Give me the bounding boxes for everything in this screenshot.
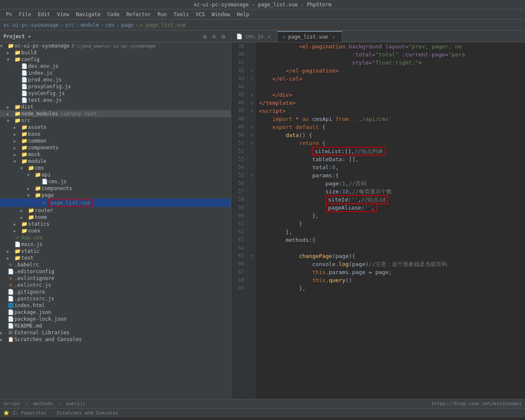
tree-vuex[interactable]: ▶ 📁 vuex bbox=[0, 227, 231, 234]
tree-scratches[interactable]: ▶ 📋 Scratches and Consoles bbox=[0, 336, 231, 343]
file-label: test.env.js bbox=[28, 97, 61, 103]
arrow-icon: ▶ bbox=[14, 125, 20, 130]
tree-dist[interactable]: ▶ 📁 dist bbox=[0, 104, 231, 110]
tree-main-js[interactable]: 📄 main.js bbox=[0, 241, 231, 248]
tree-statics[interactable]: ▶ 📁 statics bbox=[0, 221, 231, 227]
sidebar-content[interactable]: ▼ 📁 xc-ui-pc-sysmanage E:\java_www\xc-ui… bbox=[0, 42, 231, 399]
tree-test[interactable]: ▶ 📁 test bbox=[0, 255, 231, 261]
tree-root[interactable]: ▼ 📁 xc-ui-pc-sysmanage E:\java_www\xc-ui… bbox=[0, 42, 231, 49]
tree-package-lock[interactable]: 📄 package-lock.json bbox=[0, 316, 231, 322]
menu-run[interactable]: Run bbox=[155, 11, 170, 18]
gutter-fold[interactable]: ▽ bbox=[248, 131, 256, 139]
code-line-52: siteList:[],//站点列表 bbox=[259, 147, 522, 155]
folder-icon: 📁 bbox=[20, 221, 28, 227]
tab-label: ✔ bbox=[282, 34, 285, 40]
tree-gitignore[interactable]: 📄 .gitignore bbox=[0, 288, 231, 295]
line-num: 56 bbox=[231, 179, 244, 188]
tree-config[interactable]: ▼ 📁 config bbox=[0, 56, 231, 63]
tree-eslintignore[interactable]: ⊙ .eslintignore bbox=[0, 275, 231, 282]
tree-editorconfig[interactable]: 📄 .editorconfig bbox=[0, 268, 231, 275]
gutter-fold[interactable]: ▽ bbox=[248, 123, 256, 131]
breadcrumb-page[interactable]: page bbox=[121, 22, 134, 28]
tree-readme[interactable]: 📄 README.md bbox=[0, 322, 231, 329]
tree-src[interactable]: ▼ 📁 src bbox=[0, 117, 231, 124]
menu-file[interactable]: File bbox=[16, 11, 34, 18]
tree-test-env[interactable]: 📄 test.env.js bbox=[0, 97, 231, 104]
tree-base[interactable]: ▶ 📁 base bbox=[0, 131, 231, 137]
tab-close-icon[interactable]: ✕ bbox=[331, 34, 337, 40]
breadcrumb-cms[interactable]: cms bbox=[106, 22, 115, 28]
tree-common[interactable]: ▶ 📁 common bbox=[0, 137, 231, 144]
gutter-cell bbox=[248, 163, 256, 171]
code-line-42: </el-pagination> bbox=[259, 67, 522, 75]
menu-vcs[interactable]: VCS bbox=[193, 11, 207, 18]
gutter-fold[interactable]: ▽ bbox=[248, 99, 256, 107]
tree-proxy-config[interactable]: 📄 proxyConfig.js bbox=[0, 83, 231, 90]
menu-help[interactable]: Help bbox=[235, 11, 252, 18]
gutter: ▽ ▽ ▽ ▽ ▽ ▽ ▽ ▽ ▽ bbox=[248, 42, 256, 399]
menu-navigate[interactable]: Navigate bbox=[73, 11, 103, 18]
tree-prod-env[interactable]: 📄 prod.env.js bbox=[0, 76, 231, 83]
menu-refactor[interactable]: Refactor bbox=[124, 11, 154, 18]
tree-index-js[interactable]: 📄 index.js bbox=[0, 70, 231, 76]
gutter-fold[interactable]: ▽ bbox=[248, 91, 256, 99]
gutter-cell bbox=[248, 196, 256, 204]
code-line-51: return { bbox=[259, 139, 522, 147]
tree-static[interactable]: ▶ 📁 static bbox=[0, 248, 231, 255]
code-line-65: changePage(page){ bbox=[259, 252, 522, 260]
tree-components[interactable]: ▶ 📁 components bbox=[0, 144, 231, 151]
menu-window[interactable]: Window bbox=[209, 11, 232, 18]
tree-babelrc[interactable]: ⊙ .babelrc bbox=[0, 261, 231, 268]
gutter-fold[interactable]: ▽ bbox=[248, 107, 256, 115]
menu-view[interactable]: View bbox=[54, 11, 72, 18]
tree-node-modules[interactable]: ▶ 📁 node_modules library root bbox=[0, 110, 231, 117]
tree-assets[interactable]: ▶ 📁 assets bbox=[0, 124, 231, 131]
tab-close-icon[interactable]: ✕ bbox=[266, 34, 272, 39]
menu-edit[interactable]: Edit bbox=[35, 11, 53, 18]
collapse-icon[interactable]: ≡ bbox=[210, 33, 218, 40]
tree-home[interactable]: ▶ 📁 home bbox=[0, 214, 231, 221]
settings-icon[interactable]: ⚙ bbox=[201, 33, 209, 40]
tree-api[interactable]: ▼ 📁 api bbox=[0, 171, 231, 178]
breadcrumb-file[interactable]: ✔ page_list.vue bbox=[140, 22, 186, 28]
breadcrumb-root[interactable]: xc-ui-pc-sysmanage bbox=[3, 22, 59, 28]
tree-router[interactable]: ▶ 📁 router bbox=[0, 207, 231, 214]
tree-module[interactable]: ▼ 📁 module bbox=[0, 158, 231, 165]
gutter-fold[interactable]: ▽ bbox=[248, 252, 256, 260]
tree-external-libs[interactable]: ▶ 🏛 External Libraries bbox=[0, 329, 231, 336]
gear-icon[interactable]: ⚙ bbox=[220, 33, 227, 40]
gutter-fold[interactable]: ▽ bbox=[248, 75, 256, 83]
gutter-fold[interactable]: ▽ bbox=[248, 67, 256, 75]
gutter-cell bbox=[248, 260, 256, 268]
tree-page-list[interactable]: ✔ page_list.vue bbox=[0, 199, 231, 207]
arrow-icon: ▶ bbox=[27, 186, 34, 191]
tree-dev-env[interactable]: 📄 dev.env.js bbox=[0, 63, 231, 70]
gutter-fold[interactable]: ▽ bbox=[248, 171, 256, 179]
tree-mock[interactable]: ▶ 📁 mock bbox=[0, 151, 231, 158]
tree-cms-components[interactable]: ▶ 📁 components bbox=[0, 185, 231, 192]
js-icon: 📄 bbox=[20, 97, 28, 103]
tab-bar: 📄 cms.js ✕ ✔ page_list.vue ✕ bbox=[231, 31, 525, 42]
code-content[interactable]: <el-pagination background layout="prev, … bbox=[256, 42, 525, 399]
tree-cms-js[interactable]: 📄 cms.js bbox=[0, 178, 231, 185]
menu-ps[interactable]: Ps bbox=[3, 11, 14, 18]
tree-postcssrc[interactable]: 📄 .postcssrc.js bbox=[0, 295, 231, 302]
tree-eslintrc[interactable]: ⊙ .eslintrc.js bbox=[0, 282, 231, 288]
tree-build[interactable]: ▶ 📁 build bbox=[0, 49, 231, 56]
tree-index-html[interactable]: 🌐 index.html bbox=[0, 302, 231, 309]
tree-package-json[interactable]: 📄 package.json bbox=[0, 309, 231, 316]
menu-code[interactable]: Code bbox=[105, 11, 122, 18]
line-num: 68 bbox=[231, 276, 244, 284]
code-area[interactable]: 39 40 41 42 43 44 45 46 47 48 49 50 51 5… bbox=[231, 42, 525, 399]
menu-tools[interactable]: Tools bbox=[171, 11, 191, 18]
tree-app-vue[interactable]: ✔ App.vue bbox=[0, 234, 231, 241]
tab-cms-js[interactable]: 📄 cms.js ✕ bbox=[231, 31, 277, 42]
gutter-fold[interactable]: ▽ bbox=[248, 139, 256, 147]
breadcrumb-src[interactable]: src bbox=[65, 22, 74, 28]
tree-sys-config[interactable]: 📄 sysConfig.js bbox=[0, 90, 231, 97]
tab-page-list[interactable]: ✔ page_list.vue ✕ bbox=[277, 31, 342, 42]
arrow-icon: ▼ bbox=[0, 44, 7, 48]
tree-page[interactable]: ▼ 📁 page bbox=[0, 192, 231, 199]
breadcrumb-module[interactable]: module bbox=[81, 22, 99, 28]
tree-cms[interactable]: ▼ 📁 cms bbox=[0, 165, 231, 171]
